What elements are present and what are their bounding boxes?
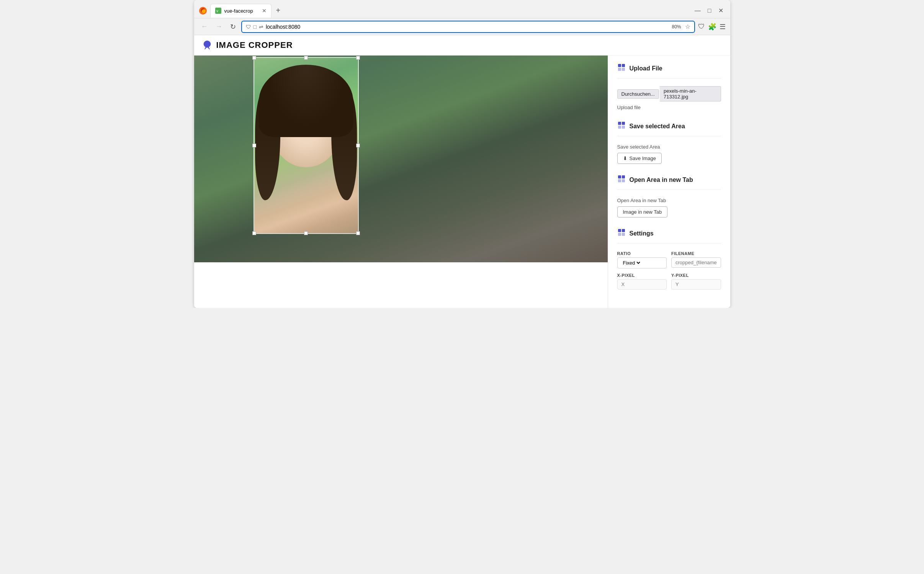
open-area-section-title: Open Area in new Tab [630, 177, 693, 183]
tab-bar: v vue-facecrop ✕ + [210, 3, 689, 18]
file-name-display: pexels-min-an-713312.jpg [660, 86, 721, 101]
extensions-icon[interactable]: 🧩 [708, 23, 716, 31]
x-pixel-label: X-PIXEL [617, 273, 667, 278]
y-pixel-label: Y-PIXEL [671, 273, 721, 278]
refresh-button[interactable]: ↻ [228, 21, 238, 33]
svg-rect-18 [618, 233, 621, 236]
settings-section-header: Settings [617, 228, 721, 239]
handle-top-right[interactable] [356, 56, 360, 60]
image-area[interactable] [194, 56, 608, 262]
svg-rect-17 [622, 229, 625, 232]
upload-section-title: Upload File [630, 65, 662, 72]
svg-rect-7 [622, 68, 625, 71]
handle-bottom-middle[interactable] [304, 231, 308, 235]
ratio-setting: RATIO Fixed Free 1:1 4:3 16:9 [617, 251, 667, 268]
shield-icon: 🛡 [246, 24, 251, 30]
file-upload-row[interactable]: Durchsuchen... pexels-min-an-713312.jpg [617, 86, 721, 101]
download-icon: ⬇ [623, 155, 627, 161]
handle-middle-right[interactable] [356, 144, 360, 147]
y-pixel-setting: Y-PIXEL [671, 273, 721, 289]
browser-logo [199, 7, 207, 15]
upload-section: Upload File Durchsuchen... pexels-min-an… [617, 63, 721, 110]
browser-window: v vue-facecrop ✕ + — □ ✕ ← → ↻ 🛡 □ ⇌ [194, 0, 730, 308]
upload-section-header: Upload File [617, 63, 721, 74]
zoom-level: 80% [672, 24, 681, 29]
svg-rect-9 [622, 122, 625, 125]
open-area-section-icon [617, 175, 626, 185]
app-title: IMAGE CROPPER [216, 40, 293, 50]
save-section-header: Save selected Area [617, 121, 721, 131]
app-header: IMAGE CROPPER [194, 35, 730, 56]
settings-grid: RATIO Fixed Free 1:1 4:3 16:9 [617, 251, 721, 289]
svg-rect-14 [618, 179, 621, 182]
filename-setting: FILENAME [671, 251, 721, 268]
save-section-icon [617, 121, 626, 131]
browse-button[interactable]: Durchsuchen... [617, 89, 659, 99]
back-button[interactable]: ← [199, 21, 210, 32]
x-pixel-input[interactable] [617, 279, 667, 289]
connection-icon: ⇌ [259, 24, 263, 30]
y-pixel-input[interactable] [671, 279, 721, 289]
filename-label: FILENAME [671, 251, 721, 256]
save-hint-label: Save selected Area [617, 144, 721, 150]
svg-text:v: v [216, 9, 218, 13]
settings-section-title: Settings [630, 230, 654, 237]
filename-input[interactable] [671, 257, 721, 268]
crop-box[interactable] [253, 57, 359, 234]
tab-close-button[interactable]: ✕ [262, 8, 267, 14]
page-content: IMAGE CROPPER [194, 35, 730, 308]
save-image-label: Save Image [630, 155, 656, 161]
ratio-select-input[interactable]: Fixed Free 1:1 4:3 16:9 [621, 260, 641, 266]
title-bar: v vue-facecrop ✕ + — □ ✕ [194, 0, 730, 18]
image-in-new-tab-button[interactable]: Image in new Tab [617, 206, 668, 217]
nav-bar: ← → ↻ 🛡 □ ⇌ 80% ☆ 🛡 🧩 ☰ [194, 18, 730, 35]
open-area-hint-label: Open Area in new Tab [617, 198, 721, 203]
main-layout: Upload File Durchsuchen... pexels-min-an… [194, 56, 730, 308]
settings-section-icon [617, 228, 626, 239]
close-button[interactable]: ✕ [716, 5, 726, 16]
save-section-title: Save selected Area [630, 123, 685, 130]
bookmark-icon[interactable]: ☆ [685, 23, 690, 30]
handle-top-left[interactable] [252, 56, 256, 60]
ratio-select-container[interactable]: Fixed Free 1:1 4:3 16:9 [617, 257, 667, 268]
save-image-button[interactable]: ⬇ Save Image [617, 153, 662, 164]
svg-rect-13 [622, 175, 625, 178]
upload-section-icon [617, 63, 626, 74]
svg-rect-10 [618, 126, 621, 129]
maximize-button[interactable]: □ [705, 6, 714, 16]
minimize-button[interactable]: — [692, 6, 703, 16]
ratio-label: RATIO [617, 251, 667, 256]
app-logo [202, 40, 213, 51]
url-input[interactable] [266, 24, 670, 30]
new-tab-button[interactable]: + [273, 5, 284, 16]
svg-rect-11 [622, 126, 625, 129]
forward-button[interactable]: → [213, 21, 225, 32]
svg-rect-12 [618, 175, 621, 178]
tab-favicon: v [215, 8, 221, 14]
handle-top-middle[interactable] [304, 56, 308, 60]
upload-hint-label: Upload file [617, 105, 721, 110]
address-icons: 🛡 □ ⇌ [246, 24, 263, 30]
handle-bottom-right[interactable] [356, 231, 360, 235]
cropper-container[interactable] [194, 56, 608, 262]
crop-box-inner [254, 58, 358, 233]
window-controls: — □ ✕ [692, 5, 726, 16]
address-bar[interactable]: 🛡 □ ⇌ 80% ☆ [241, 21, 695, 33]
shield-nav-icon[interactable]: 🛡 [698, 23, 705, 31]
active-tab[interactable]: v vue-facecrop ✕ [210, 4, 271, 18]
svg-rect-6 [618, 68, 621, 71]
page-icon: □ [253, 24, 257, 30]
x-pixel-setting: X-PIXEL [617, 273, 667, 289]
svg-rect-4 [618, 64, 621, 67]
handle-bottom-left[interactable] [252, 231, 256, 235]
svg-rect-16 [618, 229, 621, 232]
svg-rect-8 [618, 122, 621, 125]
open-area-section-header: Open Area in new Tab [617, 175, 721, 185]
svg-rect-15 [622, 179, 625, 182]
svg-rect-19 [622, 233, 625, 236]
sidebar: Upload File Durchsuchen... pexels-min-an… [608, 56, 730, 308]
svg-rect-5 [622, 64, 625, 67]
menu-icon[interactable]: ☰ [720, 23, 726, 31]
open-area-section: Open Area in new Tab Open Area in new Ta… [617, 175, 721, 217]
handle-middle-left[interactable] [252, 144, 256, 147]
